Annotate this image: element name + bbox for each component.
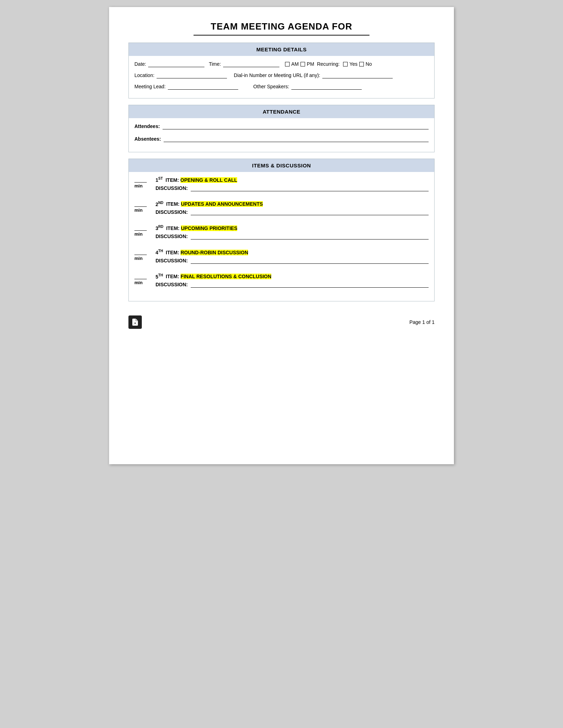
item-5-discussion-field[interactable] [191,281,429,288]
item-4-label: ITEM: [166,250,179,255]
items-section: ITEMS & DISCUSSION min 1ST ITEM: OPENING… [128,159,435,301]
am-pm-group: AM PM [285,61,314,67]
item-4-min-label: min [134,256,143,261]
item-5-discussion-label: DISCUSSION: [156,282,188,287]
document-page: TEAM MEETING AGENDA FOR MEETING DETAILS … [109,7,454,464]
meeting-details-content: Date: Time: AM PM Recurring: Yes [129,56,434,98]
meeting-details-section: MEETING DETAILS Date: Time: AM PM Recurr… [128,43,435,98]
item-2-number: 2ND [156,201,163,207]
attendees-label: Attendees: [134,123,160,129]
item-5-min-line[interactable] [134,274,147,279]
attendees-field[interactable] [163,123,429,129]
recurring-no-checkbox[interactable] [359,62,364,66]
agenda-item-2: min 2ND ITEM: UPDATES AND ANNOUNCEMENTS … [134,201,429,216]
item-2-min-line[interactable] [134,201,147,207]
item-2-label: ITEM: [166,201,179,207]
item-1-discussion-field[interactable] [191,185,429,191]
item-1-number: 1ST [156,177,163,183]
recurring-no-label: No [366,61,372,67]
pm-label: PM [307,61,314,67]
attendees-row: Attendees: [134,123,429,129]
main-title: TEAM MEETING AGENDA FOR [128,21,435,32]
item-4-ordinal: TH [158,249,163,253]
item-5-body: 5TH ITEM: FINAL RESOLUTIONS & CONCLUSION… [156,274,429,288]
item-5-ordinal: TH [158,273,163,277]
item-2-ordinal: ND [158,201,163,205]
page-footer: Page 1 of 1 [128,312,435,329]
page-number: Page 1 of 1 [409,319,435,325]
other-speakers-field[interactable] [291,83,362,90]
item-3-min-line[interactable] [134,225,147,231]
item-2-title-row: 2ND ITEM: UPDATES AND ANNOUNCEMENTS [156,201,429,207]
item-2-min-col: min [134,201,156,213]
absentees-field[interactable] [164,136,429,142]
item-4-discussion-field[interactable] [191,257,429,264]
item-1-min-label: min [134,183,143,189]
am-label: AM [291,61,299,67]
item-2-discussion-field[interactable] [191,209,429,215]
item-1-title-row: 1ST ITEM: OPENING & ROLL CALL [156,177,429,183]
item-3-discussion-row: DISCUSSION: [156,233,429,240]
item-5-title-row: 5TH ITEM: FINAL RESOLUTIONS & CONCLUSION [156,274,429,280]
item-4-title-row: 4TH ITEM: ROUND-ROBIN DISCUSSION [156,249,429,255]
item-5-name: FINAL RESOLUTIONS & CONCLUSION [181,274,271,279]
footer-logo-icon [128,315,142,329]
item-4-body: 4TH ITEM: ROUND-ROBIN DISCUSSION DISCUSS… [156,249,429,264]
title-underline [194,35,369,36]
item-2-discussion-row: DISCUSSION: [156,209,429,215]
item-3-min-label: min [134,231,143,237]
absentees-row: Absentees: [134,136,429,142]
item-4-min-line[interactable] [134,249,147,255]
item-3-discussion-field[interactable] [191,233,429,240]
item-3-min-col: min [134,225,156,237]
item-2-name: UPDATES AND ANNOUNCEMENTS [181,201,263,207]
agenda-item-4: min 4TH ITEM: ROUND-ROBIN DISCUSSION DIS… [134,249,429,264]
meeting-details-header: MEETING DETAILS [129,43,434,56]
date-field[interactable] [148,61,204,67]
item-1-body: 1ST ITEM: OPENING & ROLL CALL DISCUSSION… [156,177,429,191]
recurring-group: Yes No [343,61,372,67]
item-4-discussion-row: DISCUSSION: [156,257,429,264]
lead-speakers-row: Meeting Lead: Other Speakers: [134,83,429,90]
item-1-label: ITEM: [165,177,179,183]
am-checkbox[interactable] [285,62,290,66]
item-2-min-label: min [134,207,143,213]
dialin-field[interactable] [322,72,393,78]
item-3-title-row: 3RD ITEM: UPCOMING PRIORITIES [156,225,429,231]
other-speakers-label: Other Speakers: [253,84,289,89]
time-label: Time: [209,61,221,67]
item-1-name: OPENING & ROLL CALL [181,177,238,183]
meeting-lead-label: Meeting Lead: [134,84,166,89]
attendance-content: Attendees: Absentees: [129,118,434,152]
item-3-label: ITEM: [166,225,179,231]
item-4-number: 4TH [156,249,163,255]
item-1-min-line[interactable] [134,177,147,183]
item-5-min-col: min [134,274,156,285]
recurring-yes-label: Yes [349,61,358,67]
item-5-label: ITEM: [166,274,179,279]
meeting-lead-field[interactable] [168,83,238,90]
item-4-min-col: min [134,249,156,261]
location-row: Location: Dial-in Number or Meeting URL … [134,72,429,78]
item-3-number: 3RD [156,225,163,231]
item-4-discussion-label: DISCUSSION: [156,258,188,263]
recurring-yes-checkbox[interactable] [343,62,348,66]
item-2-discussion-label: DISCUSSION: [156,209,188,215]
attendance-section: ATTENDANCE Attendees: Absentees: [128,105,435,152]
pm-checkbox[interactable] [301,62,305,66]
item-2-body: 2ND ITEM: UPDATES AND ANNOUNCEMENTS DISC… [156,201,429,216]
date-label: Date: [134,61,146,67]
location-field[interactable] [157,72,227,78]
item-3-name: UPCOMING PRIORITIES [181,225,237,231]
items-header: ITEMS & DISCUSSION [129,159,434,172]
date-time-row: Date: Time: AM PM Recurring: Yes [134,61,429,67]
item-1-discussion-label: DISCUSSION: [156,185,188,191]
attendance-header: ATTENDANCE [129,105,434,118]
agenda-item-1: min 1ST ITEM: OPENING & ROLL CALL DISCUS… [134,177,429,191]
svg-point-0 [134,323,136,324]
item-1-min-col: min [134,177,156,189]
time-field[interactable] [223,61,279,67]
item-5-number: 5TH [156,274,163,280]
item-4-name: ROUND-ROBIN DISCUSSION [181,250,248,255]
item-3-body: 3RD ITEM: UPCOMING PRIORITIES DISCUSSION… [156,225,429,240]
